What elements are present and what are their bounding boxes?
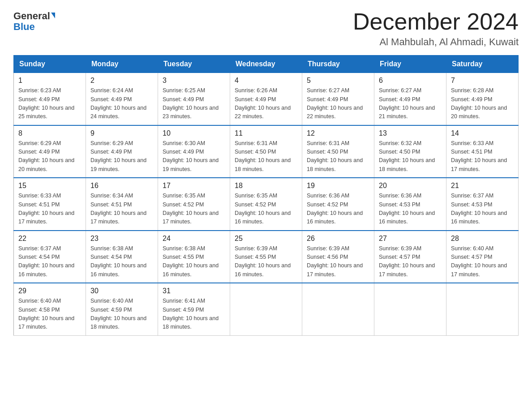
weekday-header-saturday: Saturday <box>446 56 519 73</box>
calendar-cell: 19Sunrise: 6:36 AMSunset: 4:52 PMDayligh… <box>302 178 374 231</box>
day-number: 24 <box>163 235 225 243</box>
day-number: 23 <box>90 235 153 243</box>
weekday-header-tuesday: Tuesday <box>158 56 230 73</box>
calendar-cell <box>302 283 374 335</box>
day-info: Sunrise: 6:31 AMSunset: 4:50 PMDaylight:… <box>307 139 369 174</box>
calendar-cell: 16Sunrise: 6:34 AMSunset: 4:51 PMDayligh… <box>86 178 158 231</box>
calendar-cell: 28Sunrise: 6:40 AMSunset: 4:57 PMDayligh… <box>446 231 519 283</box>
day-info: Sunrise: 6:28 AMSunset: 4:49 PMDaylight:… <box>451 86 514 121</box>
day-info: Sunrise: 6:38 AMSunset: 4:54 PMDaylight:… <box>90 244 153 279</box>
calendar-cell <box>446 283 519 335</box>
day-number: 28 <box>451 235 514 243</box>
calendar-week-row: 8Sunrise: 6:29 AMSunset: 4:49 PMDaylight… <box>14 125 519 178</box>
day-number: 18 <box>235 182 297 190</box>
day-info: Sunrise: 6:40 AMSunset: 4:59 PMDaylight:… <box>90 297 153 332</box>
calendar-week-row: 29Sunrise: 6:40 AMSunset: 4:58 PMDayligh… <box>14 283 519 335</box>
logo: General Blue <box>13 9 55 32</box>
calendar-cell: 4Sunrise: 6:26 AMSunset: 4:49 PMDaylight… <box>230 73 302 125</box>
day-info: Sunrise: 6:41 AMSunset: 4:59 PMDaylight:… <box>163 297 225 332</box>
day-number: 21 <box>451 182 514 190</box>
calendar-cell: 31Sunrise: 6:41 AMSunset: 4:59 PMDayligh… <box>158 283 230 335</box>
calendar-cell: 24Sunrise: 6:38 AMSunset: 4:55 PMDayligh… <box>158 231 230 283</box>
calendar-cell: 11Sunrise: 6:31 AMSunset: 4:50 PMDayligh… <box>230 125 302 178</box>
calendar-cell: 21Sunrise: 6:37 AMSunset: 4:53 PMDayligh… <box>446 178 519 231</box>
title-block: December 2024 Al Mahbulah, Al Ahmadi, Ku… <box>353 9 519 48</box>
weekday-header-wednesday: Wednesday <box>230 56 302 73</box>
day-info: Sunrise: 6:30 AMSunset: 4:49 PMDaylight:… <box>163 139 225 174</box>
day-number: 11 <box>235 129 297 137</box>
calendar-cell: 17Sunrise: 6:35 AMSunset: 4:52 PMDayligh… <box>158 178 230 231</box>
day-number: 10 <box>163 129 225 137</box>
day-number: 8 <box>18 129 81 137</box>
calendar-cell: 15Sunrise: 6:33 AMSunset: 4:51 PMDayligh… <box>14 178 86 231</box>
day-number: 4 <box>235 77 297 85</box>
day-info: Sunrise: 6:23 AMSunset: 4:49 PMDaylight:… <box>18 86 81 121</box>
day-number: 7 <box>451 77 514 85</box>
calendar-cell: 23Sunrise: 6:38 AMSunset: 4:54 PMDayligh… <box>86 231 158 283</box>
weekday-header-monday: Monday <box>86 56 158 73</box>
calendar-cell: 30Sunrise: 6:40 AMSunset: 4:59 PMDayligh… <box>86 283 158 335</box>
calendar-cell: 5Sunrise: 6:27 AMSunset: 4:49 PMDaylight… <box>302 73 374 125</box>
calendar-cell: 2Sunrise: 6:24 AMSunset: 4:49 PMDaylight… <box>86 73 158 125</box>
weekday-header-row: SundayMondayTuesdayWednesdayThursdayFrid… <box>14 56 519 73</box>
logo-blue-text: Blue <box>13 21 35 32</box>
day-info: Sunrise: 6:40 AMSunset: 4:57 PMDaylight:… <box>451 244 514 279</box>
calendar-cell: 6Sunrise: 6:27 AMSunset: 4:49 PMDaylight… <box>374 73 446 125</box>
location-subtitle: Al Mahbulah, Al Ahmadi, Kuwait <box>353 36 519 48</box>
day-number: 3 <box>163 77 225 85</box>
day-info: Sunrise: 6:29 AMSunset: 4:49 PMDaylight:… <box>90 139 153 174</box>
day-info: Sunrise: 6:26 AMSunset: 4:49 PMDaylight:… <box>235 86 297 121</box>
day-info: Sunrise: 6:27 AMSunset: 4:49 PMDaylight:… <box>307 86 369 121</box>
calendar-cell: 3Sunrise: 6:25 AMSunset: 4:49 PMDaylight… <box>158 73 230 125</box>
day-number: 5 <box>307 77 369 85</box>
weekday-header-thursday: Thursday <box>302 56 374 73</box>
page-header: General Blue December 2024 Al Mahbulah, … <box>13 9 519 48</box>
calendar-cell: 9Sunrise: 6:29 AMSunset: 4:49 PMDaylight… <box>86 125 158 178</box>
day-number: 16 <box>90 182 153 190</box>
calendar-week-row: 15Sunrise: 6:33 AMSunset: 4:51 PMDayligh… <box>14 178 519 231</box>
day-info: Sunrise: 6:37 AMSunset: 4:54 PMDaylight:… <box>18 244 81 279</box>
day-number: 29 <box>18 287 81 295</box>
day-number: 22 <box>18 235 81 243</box>
day-info: Sunrise: 6:29 AMSunset: 4:49 PMDaylight:… <box>18 139 81 174</box>
day-info: Sunrise: 6:39 AMSunset: 4:57 PMDaylight:… <box>379 244 442 279</box>
calendar-cell: 20Sunrise: 6:36 AMSunset: 4:53 PMDayligh… <box>374 178 446 231</box>
day-number: 14 <box>451 129 514 137</box>
calendar-cell: 26Sunrise: 6:39 AMSunset: 4:56 PMDayligh… <box>302 231 374 283</box>
day-number: 12 <box>307 129 369 137</box>
calendar-cell: 8Sunrise: 6:29 AMSunset: 4:49 PMDaylight… <box>14 125 86 178</box>
calendar-table: SundayMondayTuesdayWednesdayThursdayFrid… <box>13 55 519 336</box>
day-info: Sunrise: 6:39 AMSunset: 4:55 PMDaylight:… <box>235 244 297 279</box>
day-info: Sunrise: 6:33 AMSunset: 4:51 PMDaylight:… <box>451 139 514 174</box>
logo-triangle-icon <box>51 13 55 18</box>
day-number: 15 <box>18 182 81 190</box>
calendar-cell: 27Sunrise: 6:39 AMSunset: 4:57 PMDayligh… <box>374 231 446 283</box>
calendar-cell: 1Sunrise: 6:23 AMSunset: 4:49 PMDaylight… <box>14 73 86 125</box>
logo-general-text: General <box>13 11 50 21</box>
calendar-cell: 7Sunrise: 6:28 AMSunset: 4:49 PMDaylight… <box>446 73 519 125</box>
day-info: Sunrise: 6:35 AMSunset: 4:52 PMDaylight:… <box>163 192 225 227</box>
calendar-cell: 22Sunrise: 6:37 AMSunset: 4:54 PMDayligh… <box>14 231 86 283</box>
day-info: Sunrise: 6:25 AMSunset: 4:49 PMDaylight:… <box>163 86 225 121</box>
weekday-header-sunday: Sunday <box>14 56 86 73</box>
calendar-cell: 10Sunrise: 6:30 AMSunset: 4:49 PMDayligh… <box>158 125 230 178</box>
day-info: Sunrise: 6:32 AMSunset: 4:50 PMDaylight:… <box>379 139 442 174</box>
day-info: Sunrise: 6:24 AMSunset: 4:49 PMDaylight:… <box>90 86 153 121</box>
day-number: 13 <box>379 129 442 137</box>
day-info: Sunrise: 6:38 AMSunset: 4:55 PMDaylight:… <box>163 244 225 279</box>
calendar-cell: 25Sunrise: 6:39 AMSunset: 4:55 PMDayligh… <box>230 231 302 283</box>
day-info: Sunrise: 6:37 AMSunset: 4:53 PMDaylight:… <box>451 192 514 227</box>
day-number: 1 <box>18 77 81 85</box>
month-title: December 2024 <box>353 9 519 34</box>
day-info: Sunrise: 6:40 AMSunset: 4:58 PMDaylight:… <box>18 297 81 332</box>
day-number: 20 <box>379 182 442 190</box>
day-info: Sunrise: 6:39 AMSunset: 4:56 PMDaylight:… <box>307 244 369 279</box>
weekday-header-friday: Friday <box>374 56 446 73</box>
day-info: Sunrise: 6:31 AMSunset: 4:50 PMDaylight:… <box>235 139 297 174</box>
day-number: 30 <box>90 287 153 295</box>
day-number: 25 <box>235 235 297 243</box>
day-number: 9 <box>90 129 153 137</box>
day-info: Sunrise: 6:34 AMSunset: 4:51 PMDaylight:… <box>90 192 153 227</box>
calendar-cell <box>374 283 446 335</box>
day-number: 19 <box>307 182 369 190</box>
